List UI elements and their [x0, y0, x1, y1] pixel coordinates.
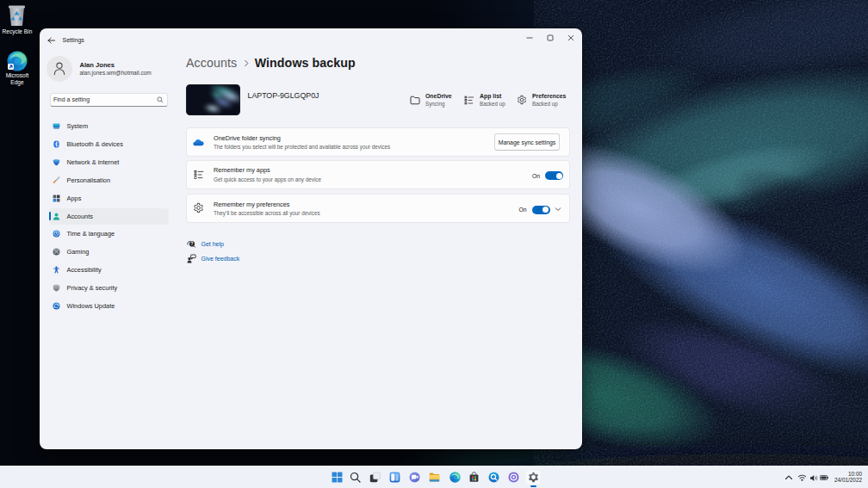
- svg-text:?: ?: [191, 242, 194, 246]
